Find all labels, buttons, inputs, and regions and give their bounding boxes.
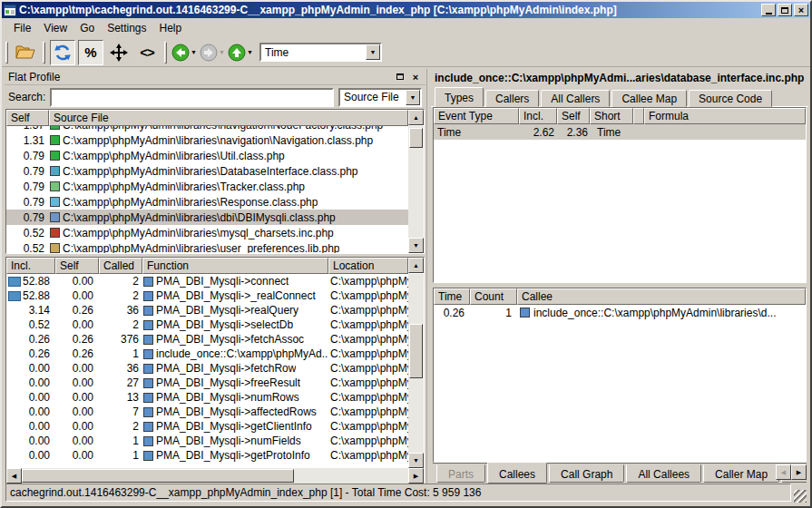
function-row[interactable]: 0.00 0.00 7 PMA_DBI_Mysqli->affectedRows… bbox=[6, 405, 408, 419]
titlebar[interactable]: C:\xampp\tmp\cachegrind.out.1416463299-C… bbox=[2, 2, 810, 18]
scroll-down-button[interactable]: ▼ bbox=[408, 238, 424, 253]
function-row[interactable]: 0.00 0.00 1 PMA_DBI_Mysqli->numFields C:… bbox=[6, 434, 408, 448]
function-row[interactable]: 0.52 0.00 2 PMA_DBI_Mysqli->selectDb C:\… bbox=[6, 318, 408, 332]
group-by-combo[interactable]: Source File ▼ bbox=[338, 88, 422, 107]
menu-item[interactable]: Go bbox=[73, 20, 101, 36]
open-file-button[interactable] bbox=[13, 40, 38, 65]
scrollbar-thumb[interactable] bbox=[409, 128, 423, 148]
function-row[interactable]: 0.00 0.00 13 PMA_DBI_Mysqli->numRows C:\… bbox=[6, 390, 408, 405]
bottom-tab[interactable]: Callees bbox=[487, 463, 547, 484]
close-button[interactable]: × bbox=[794, 4, 808, 16]
bottom-tab[interactable]: Caller Map bbox=[703, 464, 779, 483]
file-row[interactable]: 1.37 C:\xampp\phpMyAdmin\libraries\navig… bbox=[6, 126, 408, 132]
dock-titlebar[interactable]: Flat Profile × bbox=[5, 69, 426, 85]
toolbar: % <> ▼ ▼ ▼ Time ▼ bbox=[2, 38, 810, 67]
back-button[interactable]: ▼ bbox=[171, 40, 197, 65]
col-header-called[interactable]: Called bbox=[99, 258, 142, 274]
detail-tab[interactable]: Source Code bbox=[689, 90, 772, 107]
function-row[interactable]: 3.14 0.26 36 PMA_DBI_Mysqli->realQuery C… bbox=[6, 303, 408, 318]
scroll-up-button[interactable]: ▲ bbox=[408, 258, 424, 273]
incl-bar-icon bbox=[8, 291, 21, 301]
maximize-button[interactable] bbox=[778, 4, 792, 16]
file-list-vscrollbar[interactable]: ▼ bbox=[408, 126, 424, 253]
function-row[interactable]: 0.00 0.00 2 PMA_DBI_Mysqli->getClientInf… bbox=[6, 419, 408, 434]
function-row[interactable]: 52.88 0.00 2 PMA_DBI_Mysqli->connect C:\… bbox=[6, 274, 408, 288]
menu-item[interactable]: File bbox=[7, 20, 37, 36]
search-label: Search: bbox=[8, 91, 45, 103]
col-header-self[interactable]: Self bbox=[55, 258, 99, 274]
detail-tab[interactable]: Types bbox=[435, 87, 484, 107]
file-row[interactable]: 0.79 C:\xampp\phpMyAdmin\libraries\Util.… bbox=[6, 148, 408, 163]
tab-scroll-right-button[interactable]: ▶ bbox=[791, 464, 807, 480]
bottom-tab[interactable]: Parts bbox=[436, 464, 485, 483]
col-header-event-type[interactable]: Event Type bbox=[434, 108, 519, 124]
col-header-self[interactable]: Self bbox=[6, 110, 49, 126]
file-row[interactable]: 0.79 C:\xampp\phpMyAdmin\libraries\dbi\D… bbox=[6, 210, 408, 225]
dock-float-button[interactable] bbox=[394, 71, 406, 83]
file-row[interactable]: 1.31 C:\xampp\phpMyAdmin\libraries\navig… bbox=[6, 132, 408, 148]
function-row[interactable]: 0.26 0.26 376 PMA_DBI_Mysqli->fetchAssoc… bbox=[6, 332, 408, 347]
event-type-combo[interactable]: Time ▼ bbox=[259, 43, 382, 62]
scroll-down-button[interactable]: ▼ bbox=[408, 453, 424, 468]
up-dropdown-icon[interactable]: ▼ bbox=[247, 49, 253, 55]
col-header-self[interactable]: Self bbox=[557, 108, 590, 124]
file-row[interactable]: 0.52 C:\xampp\phpMyAdmin\libraries\user_… bbox=[6, 240, 408, 253]
col-header-callee[interactable]: Callee bbox=[517, 288, 806, 305]
col-header-source-file[interactable]: Source File bbox=[49, 110, 408, 126]
minimize-button[interactable] bbox=[761, 4, 776, 16]
cost-color-icon bbox=[50, 243, 60, 253]
col-header-formula[interactable]: Formula bbox=[644, 108, 806, 124]
detail-tab[interactable]: Callers bbox=[485, 90, 539, 107]
function-icon bbox=[143, 306, 153, 316]
bottom-tab[interactable]: Call Graph bbox=[549, 464, 624, 483]
file-row[interactable]: 0.79 C:\xampp\phpMyAdmin\libraries\Datab… bbox=[6, 163, 408, 179]
combo-dropdown-icon[interactable]: ▼ bbox=[366, 44, 380, 60]
pan-button[interactable] bbox=[106, 40, 132, 65]
col-header-count[interactable]: Count bbox=[470, 288, 517, 305]
resize-grip[interactable] bbox=[794, 490, 807, 503]
function-row[interactable]: 0.00 0.00 1 PMA_DBI_Mysqli->getProtoInfo… bbox=[6, 448, 408, 463]
percent-button[interactable]: % bbox=[78, 40, 103, 65]
col-header-incl[interactable]: Incl. bbox=[519, 108, 557, 124]
up-button[interactable]: ▼ bbox=[228, 40, 253, 65]
toolbar-grip[interactable] bbox=[5, 42, 8, 64]
bottom-tab[interactable]: All Callees bbox=[626, 464, 701, 483]
menu-item[interactable]: Settings bbox=[101, 20, 152, 36]
function-row[interactable]: 0.00 0.00 27 PMA_DBI_Mysqli->freeResult … bbox=[6, 376, 408, 390]
scroll-up-button[interactable]: ▲ bbox=[408, 110, 424, 125]
back-dropdown-icon[interactable]: ▼ bbox=[191, 49, 197, 55]
menu-item[interactable]: Help bbox=[153, 20, 189, 36]
file-row[interactable]: 0.79 C:\xampp\phpMyAdmin\libraries\Track… bbox=[6, 179, 408, 194]
function-row[interactable]: 0.00 0.00 36 PMA_DBI_Mysqli->fetchRow C:… bbox=[6, 361, 408, 376]
forward-dropdown-icon[interactable]: ▼ bbox=[219, 49, 225, 55]
combo-dropdown-icon[interactable]: ▼ bbox=[406, 90, 420, 105]
col-header-function[interactable]: Function bbox=[142, 258, 328, 274]
col-header-time[interactable]: Time bbox=[434, 288, 470, 305]
scrollbar-thumb[interactable] bbox=[409, 324, 423, 378]
menu-item[interactable]: View bbox=[37, 20, 73, 36]
function-row[interactable]: 52.88 0.00 2 PMA_DBI_Mysqli->_realConnec… bbox=[6, 288, 408, 303]
detail-tab[interactable]: All Callers bbox=[541, 90, 610, 107]
detail-tab[interactable]: Callee Map bbox=[611, 90, 687, 107]
toolbar-grip[interactable] bbox=[43, 42, 45, 64]
function-icon bbox=[143, 364, 153, 374]
file-row[interactable]: 0.79 C:\xampp\phpMyAdmin\libraries\Respo… bbox=[6, 194, 408, 210]
dock-close-button[interactable]: × bbox=[409, 71, 422, 83]
callee-row[interactable]: 0.26 1 include_once::C:\xampp\phpMyAdmin… bbox=[434, 305, 806, 320]
cycle-graph-button[interactable] bbox=[50, 40, 75, 65]
col-header-incl[interactable]: Incl. bbox=[6, 258, 55, 274]
function-icon bbox=[520, 308, 530, 318]
function-row[interactable]: 0.26 0.26 1 include_once::C:\xampp\phpMy… bbox=[6, 347, 408, 361]
file-row[interactable]: 0.52 C:\xampp\phpMyAdmin\libraries\mysql… bbox=[6, 225, 408, 240]
event-type-row[interactable]: Time 2.62 2.36 Time bbox=[434, 124, 806, 140]
forward-button[interactable]: ▼ bbox=[200, 40, 225, 65]
toolbar-grip[interactable] bbox=[164, 42, 167, 64]
close-icon: × bbox=[413, 72, 418, 83]
search-input[interactable] bbox=[50, 88, 334, 107]
function-list-vscrollbar[interactable]: ▼ bbox=[408, 274, 424, 468]
tab-scroll-left-button[interactable]: ◀ bbox=[776, 464, 791, 480]
move-arrows-icon bbox=[110, 44, 128, 62]
expand-button[interactable]: <> bbox=[134, 40, 160, 65]
col-header-location[interactable]: Location bbox=[328, 258, 408, 274]
col-header-short[interactable]: Short bbox=[590, 108, 633, 124]
